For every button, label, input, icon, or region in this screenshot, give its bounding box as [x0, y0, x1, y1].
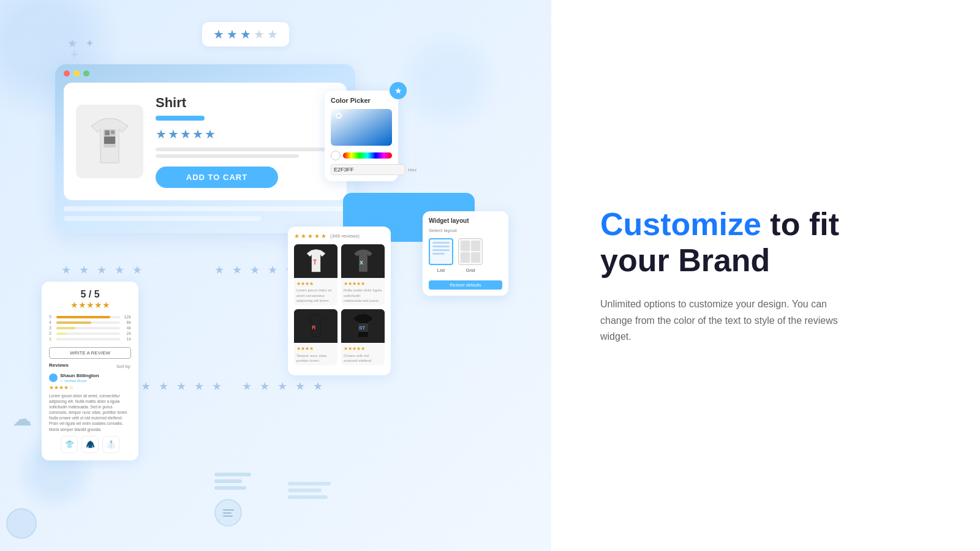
reviews-card: 5 / 5 ★★★★★ 5 12k 4 8k 3 4k 2 2k: [42, 282, 138, 460]
rating-stars-top: ★ ★ ★ ★ ★: [202, 22, 289, 47]
list-preview: [429, 238, 453, 265]
hamburger-deco: [214, 473, 251, 490]
desc-line-1: [156, 148, 334, 151]
svg-rect-1: [105, 130, 110, 135]
right-content: Customize to fityour Brand Unlimited opt…: [600, 206, 845, 345]
widget-layout-sub: Select layout: [429, 228, 502, 233]
pg-stars: ★★★★★: [294, 233, 328, 239]
svg-text:X: X: [360, 260, 363, 266]
star-deco-4: ★ ★ ★ ★ ★: [141, 380, 224, 393]
pg-item-1-img: T: [294, 244, 337, 278]
headline: Customize to fityour Brand: [600, 206, 845, 280]
dot-yellow: [74, 70, 80, 77]
bg-blob-2: [392, 24, 502, 135]
pg-item-4-info: ★★★★★ Ornare velit nisl euismod eleifend: [341, 343, 385, 365]
tshirt-2: X: [351, 247, 375, 275]
rv-stars: ★★★★★: [49, 300, 131, 310]
pg-item-4: ST ★★★★★ Ornare velit nisl euismod eleif…: [341, 309, 385, 365]
shirt-svg: [85, 114, 134, 169]
star-3: ★: [240, 27, 251, 42]
circle-deco-bc: [214, 499, 242, 527]
product-info: Shirt ★★★★★ ADD TO CART: [156, 95, 334, 188]
hex-label: Hex: [408, 167, 417, 173]
cp-white-circle: [331, 151, 341, 160]
color-picker-card: ★ Color Picker Hex: [325, 91, 398, 181]
product-name: Shirt: [156, 95, 334, 111]
pg-count: (349 reviews): [330, 233, 360, 239]
rv-reviewer-row: Shaun Billington ✓ Verified Buyer: [49, 373, 131, 383]
svg-text:R: R: [312, 324, 316, 331]
star-1: ★: [213, 27, 224, 42]
pg-item-2: X ★★★★★ Nulla mattis dolor ligula sollic…: [341, 244, 385, 305]
pg-item-3-info: ★★★★ Tempor nunc vitae porttitor lorem: [294, 343, 337, 365]
svg-rect-3: [104, 137, 115, 144]
browser-dots: [55, 64, 355, 83]
browser-card: Shirt ★★★★★ ADD TO CART: [55, 64, 355, 233]
desc-lines: [156, 148, 334, 158]
left-panel: ★ ★ ★ ★ ★ ★ ✦ ★ ★ ★ ★ ★ ★ ★ ★ ★ ★ ★ ★ ★ …: [0, 0, 551, 551]
rv-icon-tshirt: 👕: [61, 436, 78, 453]
shirt-image: [76, 105, 143, 178]
cp-hex-row: Hex: [331, 164, 392, 175]
rv-section-header: Reviews Sort by:: [49, 362, 131, 370]
rv-icon-row: 👕 🧥 🥼: [49, 436, 131, 453]
circle-deco-bl: [6, 508, 37, 539]
pg-item-1-info: ★★★★ Lorem ipsum dolor sit amet consecte…: [294, 278, 337, 305]
pg-header: ★★★★★ (349 reviews): [294, 233, 385, 239]
rv-bar-3: 3 4k: [49, 326, 131, 330]
grid-label: Grid: [466, 268, 475, 273]
star-2: ★: [227, 27, 238, 42]
color-circle-handle[interactable]: [336, 113, 342, 119]
layout-grid-option[interactable]: Grid: [458, 238, 483, 273]
widget-layout-title: Widget layout: [429, 217, 502, 224]
pg-item-3-img: R: [294, 309, 337, 343]
rv-bar-5: 5 12k: [49, 315, 131, 319]
list-lines: [430, 239, 452, 257]
rv-bar-2: 2 2k: [49, 331, 131, 335]
product-inner: Shirt ★★★★★ ADD TO CART: [64, 83, 347, 200]
star-deco-2: ★ ★ ★ ★ ★: [61, 263, 145, 277]
rv-bar-4: 4 8k: [49, 320, 131, 324]
product-grid: T ★★★★ Lorem ipsum dolor sit amet consec…: [294, 244, 385, 365]
rv-reviewer-name: Shaun Billington: [60, 373, 99, 378]
right-panel: Customize to fityour Brand Unlimited opt…: [551, 0, 980, 551]
star-4: ★: [254, 27, 265, 42]
product-grid-card: ★★★★★ (349 reviews) T ★★★★ Lorem ipsum d…: [288, 227, 391, 375]
write-review-button[interactable]: WRITE A REVIEW: [49, 347, 131, 359]
bg-row-2: [64, 216, 262, 221]
grid-preview: [458, 238, 483, 265]
tshirt-3: R: [304, 312, 328, 340]
tshirt-1: T: [304, 247, 328, 275]
cloud-icon: ☁: [12, 407, 43, 429]
rv-icon-jacket: 🧥: [81, 436, 99, 453]
rv-review-stars: ★★★★☆: [49, 384, 131, 391]
color-gradient: [331, 109, 392, 146]
hex-input[interactable]: [331, 164, 405, 175]
cp-rainbow-bar[interactable]: [343, 152, 392, 159]
rv-score: 5 / 5: [49, 289, 131, 300]
svg-rect-2: [111, 130, 115, 134]
rv-sort-label: Sort by:: [116, 364, 131, 369]
price-bar: [156, 116, 205, 121]
star-deco-5: ★ ★ ★ ★ ★: [242, 380, 325, 393]
rv-icon-hoodie: 🥼: [102, 436, 119, 453]
dot-green: [83, 70, 89, 77]
restore-defaults-button[interactable]: Restore defaults: [429, 280, 502, 290]
pg-item-2-info: ★★★★★ Nulla mattis dolor ligula sollicit…: [341, 278, 385, 305]
layout-list-option[interactable]: List: [429, 238, 453, 273]
bg-row-1: [64, 206, 347, 211]
product-stars: ★★★★★: [156, 127, 334, 141]
widget-layout-options: List Grid: [429, 238, 502, 273]
svg-text:T: T: [313, 259, 317, 266]
rv-verified: ✓ Verified Buyer: [60, 378, 99, 383]
list-label: List: [437, 268, 445, 273]
pg-item-4-img: ST: [341, 309, 385, 343]
rv-bars: 5 12k 4 8k 3 4k 2 2k 1 1k: [49, 315, 131, 341]
add-to-cart-button[interactable]: ADD TO CART: [156, 167, 278, 188]
hamburger-deco-2: [288, 482, 331, 499]
color-picker-title: Color Picker: [331, 97, 392, 104]
color-rainbow: [331, 151, 392, 160]
bg-rows: [64, 206, 347, 221]
cross-deco-2: +: [70, 47, 78, 62]
headline-blue: Customize: [600, 206, 761, 242]
